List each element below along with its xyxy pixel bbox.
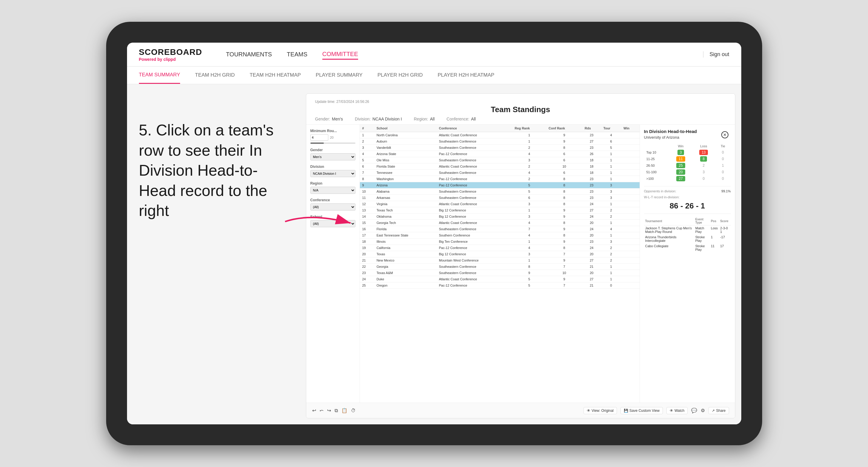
cell-reg-rank: 1	[512, 239, 546, 245]
cell-conference: Atlantic Coast Conference	[437, 132, 512, 138]
gender-select[interactable]: Men's Women's	[310, 153, 355, 160]
nav-tournaments[interactable]: TOURNAMENTS	[226, 50, 272, 59]
school-select[interactable]: (All)	[310, 220, 355, 227]
cell-rds: 21	[582, 263, 601, 270]
min-rounds-input[interactable]	[310, 134, 328, 141]
cell-reg-rank: 9	[512, 270, 546, 276]
table-row[interactable]: 7 Tennessee Southeastern Conference 4 6 …	[360, 170, 640, 176]
cell-num: 10	[360, 188, 374, 195]
cell-num: 23	[360, 270, 374, 276]
nav-committee[interactable]: COMMITTEE	[322, 50, 358, 60]
cell-school: Florida	[374, 226, 437, 232]
table-row[interactable]: 4 Arizona State Pac-12 Conference 4 6 26…	[360, 151, 640, 157]
min-rounds-slider[interactable]	[310, 143, 355, 144]
annotation-text: 5. Click on a team's row to see their In…	[127, 108, 294, 233]
table-row[interactable]: 11 Arkansas Southeastern Conference 6 8 …	[360, 195, 640, 201]
tournament-row: Cabo Collegiate Stroke Play 11 17	[644, 243, 731, 252]
sub-nav-team-summary[interactable]: TEAM SUMMARY	[139, 66, 180, 84]
table-row[interactable]: 20 Texas Big 12 Conference 3 7 20 2	[360, 251, 640, 257]
table-row[interactable]: 16 Florida Southeastern Conference 7 9 2…	[360, 226, 640, 232]
table-row[interactable]: 19 California Pac-12 Conference 4 8 24 2	[360, 245, 640, 251]
forward-icon[interactable]: ↪	[327, 408, 331, 413]
cell-rds: 24	[582, 201, 601, 207]
undo-icon[interactable]: ↩	[312, 408, 316, 413]
copy-icon[interactable]: ⧉	[335, 408, 338, 413]
standings-table-area: # School Conference Reg Rank Conf Rank R…	[360, 125, 640, 403]
table-row[interactable]: 18 Illinois Big Ten Conference 1 9 23 3	[360, 239, 640, 245]
cell-num: 18	[360, 239, 374, 245]
panel-title: Team Standings	[315, 105, 726, 114]
t-pos: 1	[710, 235, 719, 243]
division-select[interactable]: NCAA Division I	[310, 170, 355, 177]
col-num: #	[360, 125, 374, 132]
table-row[interactable]: 6 Florida State Atlantic Coast Conferenc…	[360, 163, 640, 170]
region-select[interactable]: N/A	[310, 187, 355, 194]
t-type: Stroke Play	[694, 243, 710, 252]
cell-conf-rank: 9	[546, 138, 582, 145]
cell-school: Arizona State	[374, 151, 437, 157]
cell-tour: 1	[601, 232, 621, 239]
table-row[interactable]: 5 Ole Miss Southeastern Conference 3 6 1…	[360, 157, 640, 163]
sign-out-button[interactable]: Sign out	[703, 51, 729, 58]
timer-icon[interactable]: ⏱	[351, 408, 356, 413]
sub-nav-player-h2h-heatmap[interactable]: PLAYER H2H HEATMAP	[438, 66, 494, 84]
sub-nav-player-summary[interactable]: PLAYER SUMMARY	[316, 66, 363, 84]
table-row[interactable]: 15 Georgia Tech Atlantic Coast Conferenc…	[360, 220, 640, 226]
cell-conf-rank: 8	[546, 176, 582, 182]
nav-teams[interactable]: TEAMS	[287, 50, 307, 59]
redo-icon[interactable]: ⤺	[320, 408, 323, 413]
update-time: Update time: 27/03/2024 16:56:26	[315, 100, 726, 104]
cell-reg-rank: 3	[512, 157, 546, 163]
cell-school: Arkansas	[374, 195, 437, 201]
table-row[interactable]: 14 Oklahoma Big 12 Conference 3 9 24 2	[360, 214, 640, 220]
cell-conf-rank: 9	[546, 239, 582, 245]
table-row[interactable]: 21 New Mexico Mountain West Conference 1…	[360, 257, 640, 263]
conference-select[interactable]: (All)	[310, 204, 355, 211]
sub-nav-team-h2h-grid[interactable]: TEAM H2H GRID	[195, 66, 235, 84]
table-row[interactable]: 10 Alabama Southeastern Conference 5 8 2…	[360, 188, 640, 195]
cell-rds: 23	[582, 132, 601, 138]
table-row[interactable]: 25 Oregon Pac-12 Conference 5 7 21 0	[360, 282, 640, 289]
cell-win	[621, 145, 640, 151]
save-icon: 💾	[624, 409, 628, 413]
settings-icon[interactable]: ⚙	[701, 408, 705, 413]
table-row[interactable]: 17 East Tennessee State Southern Confere…	[360, 232, 640, 239]
cell-school: Oregon	[374, 282, 437, 289]
table-row[interactable]: 12 Virginia Atlantic Coast Conference 3 …	[360, 201, 640, 207]
table-row[interactable]: 2 Auburn Southeastern Conference 1 9 27 …	[360, 138, 640, 145]
table-row[interactable]: 8 Washington Pac-12 Conference 2 8 23 1	[360, 176, 640, 182]
table-row[interactable]: 3 Vanderbilt Southeastern Conference 2 8…	[360, 145, 640, 151]
view-original-button[interactable]: 👁 View: Original	[584, 407, 617, 414]
cell-tour: 2	[601, 257, 621, 263]
cell-reg-rank: 5	[512, 188, 546, 195]
cell-conf-rank: 8	[546, 245, 582, 251]
chat-icon[interactable]: 💬	[691, 408, 697, 413]
h2h-tie: 0	[715, 175, 731, 182]
table-row[interactable]: 13 Texas Tech Big 12 Conference 1 9 27 2	[360, 207, 640, 214]
table-row[interactable]: 22 Georgia Southeastern Conference 8 7 2…	[360, 263, 640, 270]
wlt-row: W-L-T record in-division:	[644, 195, 731, 199]
save-custom-button[interactable]: 💾 Save Custom View	[621, 407, 663, 414]
cell-num: 14	[360, 214, 374, 220]
table-row[interactable]: 23 Texas A&M Southeastern Conference 9 1…	[360, 270, 640, 276]
col-rds: Rds	[582, 125, 601, 132]
share-button[interactable]: ↗ Share	[709, 407, 729, 414]
cell-win	[621, 151, 640, 157]
table-row[interactable]: 24 Duke Atlantic Coast Conference 5 9 27…	[360, 276, 640, 282]
table-row[interactable]: 9 Arizona Pac-12 Conference 5 8 23 3	[360, 182, 640, 188]
sub-nav-team-h2h-heatmap[interactable]: TEAM H2H HEATMAP	[250, 66, 301, 84]
cell-rds: 26	[582, 151, 601, 157]
wlt-label: W-L-T record in-division:	[644, 195, 680, 199]
h2h-close-button[interactable]: ✕	[721, 131, 728, 138]
cell-tour: 1	[601, 276, 621, 282]
watch-button[interactable]: 👁 Watch	[666, 407, 688, 414]
logo-sub: Powered by clippd	[139, 57, 202, 62]
paste-icon[interactable]: 📋	[341, 408, 347, 413]
cell-num: 5	[360, 157, 374, 163]
table-row[interactable]: 1 North Carolina Atlantic Coast Conferen…	[360, 132, 640, 138]
h2h-win: 25	[670, 162, 692, 169]
cell-conference: Atlantic Coast Conference	[437, 201, 512, 207]
t-score: -17	[719, 235, 731, 243]
cell-num: 16	[360, 226, 374, 232]
sub-nav-player-h2h-grid[interactable]: PLAYER H2H GRID	[377, 66, 423, 84]
